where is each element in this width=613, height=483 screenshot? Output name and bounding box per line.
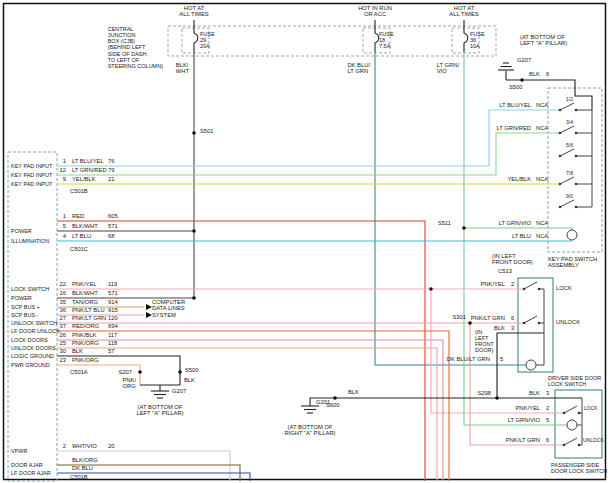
wire-redorg-lf-door-unlock bbox=[57, 331, 449, 481]
wire-blk-logic-ground bbox=[57, 356, 180, 385]
data-line-arrows bbox=[146, 304, 152, 318]
keypad-box bbox=[548, 88, 602, 252]
passenger-switch-lamp-icon bbox=[567, 420, 577, 430]
wire-pnkltgrn-unlock-branch bbox=[470, 323, 564, 445]
wire-blk-keypad-ground bbox=[506, 80, 592, 110]
keypad-internal-wiring bbox=[560, 103, 592, 240]
scp-minus-arrow-icon bbox=[146, 312, 152, 318]
wire-ltgrnvio-main bbox=[464, 52, 567, 425]
door-module-box bbox=[8, 152, 57, 481]
splice-s301-dot bbox=[468, 321, 472, 325]
fuse-29-symbol bbox=[194, 29, 198, 52]
ground-symbols bbox=[151, 63, 514, 413]
keypad-illumination-lamp-icon bbox=[567, 230, 577, 240]
splice-s207-dot bbox=[138, 370, 142, 374]
wire-pnkorg-unlock-doors bbox=[57, 348, 437, 481]
fuse-29-box bbox=[182, 28, 209, 53]
wire-red-power bbox=[57, 221, 425, 481]
cjb-box bbox=[168, 26, 496, 56]
splice-s511-dot bbox=[462, 226, 466, 230]
wire-pnkorg-pwr-ground bbox=[57, 365, 140, 385]
splice-s298-dot bbox=[495, 396, 499, 400]
driver-switch-lamp-icon bbox=[526, 360, 536, 370]
wires bbox=[57, 52, 592, 481]
splice-dots bbox=[138, 78, 524, 400]
fuse-36-box bbox=[452, 28, 479, 53]
fuse-18-box bbox=[363, 28, 390, 53]
wiring-diagram-page: HOT AT ALL TIMESHOT IN RUN OR ACCHOT AT … bbox=[0, 0, 613, 483]
fuse-36-symbol bbox=[464, 29, 468, 52]
passenger-switch-internal-wiring bbox=[564, 398, 582, 445]
ground-g201-symbol bbox=[301, 406, 319, 413]
wire-dkblultgrn-illum bbox=[375, 52, 526, 365]
passenger-door-lock-switch-box bbox=[555, 390, 602, 458]
splice-s500-top-dot bbox=[520, 78, 524, 82]
scp-plus-arrow-icon bbox=[146, 304, 152, 310]
splice-s501-dot bbox=[192, 131, 196, 135]
ground-g207-top-symbol bbox=[498, 63, 514, 70]
driver-switch-internal-wiring bbox=[524, 282, 544, 370]
fuse-symbols bbox=[194, 20, 468, 52]
wire-ltgrnred-keypad-input bbox=[57, 133, 560, 175]
wire-pnkblk-lock-doors bbox=[57, 340, 443, 481]
driver-door-lock-switch-box bbox=[518, 278, 553, 372]
splice-s500-bottom-dot bbox=[178, 370, 182, 374]
wire-whtvio-vpwr bbox=[57, 451, 230, 481]
wire-ltbluyel-keypad-input bbox=[57, 110, 560, 166]
ground-g207-bottom-symbol bbox=[151, 391, 169, 398]
splice-s600-dot bbox=[333, 396, 337, 400]
wire-ltgrnvio-keypad bbox=[464, 228, 572, 230]
wiring-diagram-canvas bbox=[0, 0, 613, 483]
wiring-diagram-svg bbox=[0, 0, 613, 483]
wire-blk-passenger-switch-ground bbox=[310, 398, 582, 406]
fuse-18-symbol bbox=[375, 29, 379, 52]
